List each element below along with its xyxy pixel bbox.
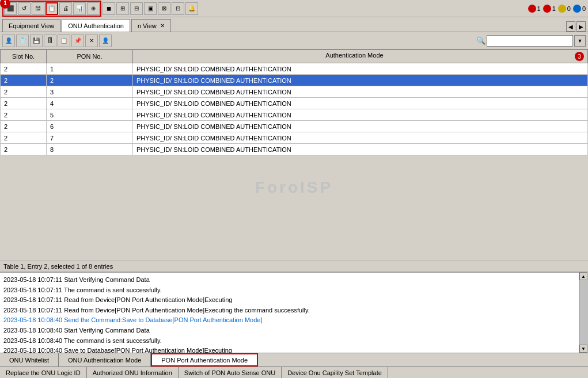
toolbar-btn-3[interactable]: 🖫 [32, 2, 44, 15]
action-btn-cancel[interactable]: ✕ [85, 35, 98, 47]
toolbar-btn-8[interactable]: ◼ [103, 2, 115, 15]
cell-slot: 2 [1, 86, 47, 98]
scroll-up-button[interactable]: ▲ [579, 272, 587, 280]
log-entry: 2023-05-18 10:08:40 Save to Database[PON… [3, 346, 576, 353]
log-entry: 2023-05-18 10:08:40 The command is sent … [3, 336, 576, 346]
footer-item-replace[interactable]: Replace the ONU Logic ID [0, 367, 87, 378]
action-btn-paste[interactable]: 📌 [71, 35, 84, 47]
bottom-tab-onu-auth-mode[interactable]: ONU Authentication Mode [59, 353, 151, 366]
cell-pon: 6 [47, 121, 133, 132]
toolbar-btn-7[interactable]: ⊕ [87, 2, 100, 15]
cell-pon: 7 [47, 132, 133, 144]
cell-pon: 1 [47, 63, 133, 75]
action-btn-save[interactable]: 💾 [30, 35, 43, 47]
footer-device-label: Device Onu Capility Set Template [287, 369, 382, 376]
log-scrollbar: ▲ ▼ [579, 272, 588, 353]
indicator-red2: 1 [543, 5, 556, 13]
scroll-down-button[interactable]: ▼ [579, 345, 587, 353]
toolbar-btn-14[interactable]: 🔔 [185, 2, 198, 15]
tab-n-view[interactable]: n View ✕ [131, 19, 171, 32]
cell-auth: PHYSIC_ID/ SN:LOID COMBINED AUTHENTICATI… [133, 144, 588, 155]
log-entry[interactable]: 2023-05-18 10:08:40 Send the Command:Sav… [3, 315, 576, 326]
tab-onu-auth-label: ONU Authentication [68, 22, 124, 29]
footer-replace-label: Replace the ONU Logic ID [6, 369, 81, 376]
bottom-tab-pon-port-auth[interactable]: PON Port Authentication Mode [151, 353, 258, 366]
cell-auth: PHYSIC_ID/ SN:LOID COMBINED AUTHENTICATI… [133, 98, 588, 109]
toolbar-btn-11[interactable]: ▣ [144, 2, 157, 15]
table-row[interactable]: 22PHYSIC_ID/ SN:LOID COMBINED AUTHENTICA… [1, 75, 588, 86]
search-area: 🔍 ▼ [476, 35, 586, 47]
bottom-tabs: ONU Whitelist ONU Authentication Mode PO… [0, 353, 588, 366]
tab-onu-auth[interactable]: ONU Authentication [62, 19, 130, 32]
indicator-area: 1 1 0 0 [528, 5, 586, 13]
cell-auth: PHYSIC_ID/ SN:LOID COMBINED AUTHENTICATI… [133, 109, 588, 121]
table-row[interactable]: 26PHYSIC_ID/ SN:LOID COMBINED AUTHENTICA… [1, 121, 588, 132]
watermark: ForoISP [0, 155, 588, 220]
cell-auth: PHYSIC_ID/ SN:LOID COMBINED AUTHENTICATI… [133, 132, 588, 144]
toolbar-group-highlight: 1 ⬛ ↺ 🖫 📋 🖨 📊 ⊕ [2, 1, 101, 17]
tab-prev-button[interactable]: ◀ [566, 21, 575, 32]
toolbar-btn-4[interactable]: 📋 [45, 2, 58, 15]
indicator-yellow-count: 0 [567, 5, 571, 12]
bottom-tab-whitelist-label: ONU Whitelist [9, 357, 49, 364]
cell-pon: 8 [47, 144, 133, 155]
log-panel[interactable]: 2023-05-18 10:07:11 Start Verifying Comm… [0, 272, 588, 353]
table-row[interactable]: 28PHYSIC_ID/ SN:LOID COMBINED AUTHENTICA… [1, 144, 588, 155]
cell-auth: PHYSIC_ID/ SN:LOID COMBINED AUTHENTICATI… [133, 75, 588, 86]
action-btn-person[interactable]: 👤 [2, 35, 15, 47]
status-bar: Table 1, Entry 2, selected 1 of 8 entrie… [0, 261, 588, 272]
table-area: Slot No. PON No. Authentication Mode3 21… [0, 49, 588, 261]
bottom-tab-auth-mode-label: ONU Authentication Mode [68, 357, 141, 364]
cell-slot: 2 [1, 121, 47, 132]
table-row[interactable]: 27PHYSIC_ID/ SN:LOID COMBINED AUTHENTICA… [1, 132, 588, 144]
footer-item-switch[interactable]: Switch of PON Auto Sense ONU [179, 367, 282, 378]
tab-n-view-label: n View [138, 22, 157, 29]
table-row[interactable]: 23PHYSIC_ID/ SN:LOID COMBINED AUTHENTICA… [1, 86, 588, 98]
table-row[interactable]: 24PHYSIC_ID/ SN:LOID COMBINED AUTHENTICA… [1, 98, 588, 109]
cell-slot: 2 [1, 63, 47, 75]
dot-red-icon [528, 5, 536, 13]
main-toolbar: 1 ⬛ ↺ 🖫 📋 🖨 📊 ⊕ ◼ ⊞ ⊟ ▣ ⊠ ⊡ 🔔 1 1 [0, 0, 588, 17]
action-btn-shirt[interactable]: 👕 [16, 35, 29, 47]
toolbar-btn-2[interactable]: ↺ [18, 2, 31, 15]
auth-table: Slot No. PON No. Authentication Mode3 21… [0, 49, 588, 155]
table-row[interactable]: 21PHYSIC_ID/ SN:LOID COMBINED AUTHENTICA… [1, 63, 588, 75]
search-input[interactable] [487, 35, 573, 47]
indicator-red1: 1 [528, 5, 541, 13]
footer-item-device[interactable]: Device Onu Capility Set Template [282, 367, 388, 378]
action-btn-person2[interactable]: 👤 [99, 35, 112, 47]
toolbar-btn-10[interactable]: ⊟ [130, 2, 143, 15]
search-dropdown-button[interactable]: ▼ [574, 35, 586, 47]
action-btn-db[interactable]: 🗄 [44, 35, 56, 47]
tab-navigation: ◀ ▶ [566, 21, 586, 32]
dot-blue-icon [573, 5, 581, 13]
log-entry: 2023-05-18 10:07:11 Start Verifying Comm… [3, 275, 576, 285]
cell-slot: 2 [1, 144, 47, 155]
toolbar-btn-6[interactable]: 📊 [73, 2, 86, 15]
action-btn-copy[interactable]: 📋 [58, 35, 70, 47]
toolbar-btn-9[interactable]: ⊞ [116, 2, 129, 15]
indicator-blue-count: 0 [582, 5, 586, 12]
table-row[interactable]: 25PHYSIC_ID/ SN:LOID COMBINED AUTHENTICA… [1, 109, 588, 121]
bottom-tab-pon-label: PON Port Authentication Mode [161, 357, 248, 364]
secondary-toolbar: 👤 👕 💾 🗄 📋 📌 ✕ 👤 🔍 ▼ [0, 32, 588, 49]
log-panel-container: 2023-05-18 10:07:11 Start Verifying Comm… [0, 272, 588, 353]
cell-auth: PHYSIC_ID/ SN:LOID COMBINED AUTHENTICATI… [133, 121, 588, 132]
toolbar-btn-5[interactable]: 🖨 [59, 2, 72, 15]
footer-item-authorized[interactable]: Authorized ONU Information [87, 367, 179, 378]
toolbar-btn-12[interactable]: ⊠ [158, 2, 170, 15]
badge-1: 1 [0, 0, 10, 9]
log-entry: 2023-05-18 10:08:40 Start Verifying Comm… [3, 326, 576, 336]
dot-yellow-icon [558, 5, 566, 13]
col-auth: Authentication Mode3 [133, 50, 588, 63]
tab-close-icon[interactable]: ✕ [160, 22, 165, 29]
indicator-red1-count: 1 [537, 5, 541, 12]
toolbar-btn-13[interactable]: ⊡ [172, 2, 184, 15]
tab-equipment-view[interactable]: Equipment View [2, 19, 60, 32]
log-entry: 2023-05-18 10:07:11 Read from Device[PON… [3, 295, 576, 306]
col-auth-badge: 3 [575, 52, 584, 61]
tab-next-button[interactable]: ▶ [576, 21, 586, 32]
bottom-tab-onu-whitelist[interactable]: ONU Whitelist [0, 353, 59, 366]
indicator-blue: 0 [573, 5, 586, 13]
cell-pon: 3 [47, 86, 133, 98]
